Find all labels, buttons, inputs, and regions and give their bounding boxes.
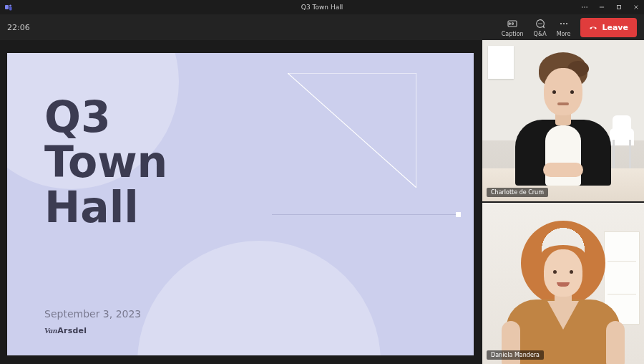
teams-icon — [4, 3, 13, 11]
participant-name: Charlotte de Crum — [487, 188, 548, 197]
shared-content-stage: Q3 Town Hall September 3, 2023 VanArsdel — [0, 40, 482, 364]
participant-name: Daniela Mandera — [487, 350, 544, 360]
svg-marker-16 — [288, 73, 416, 188]
svg-point-14 — [562, 22, 564, 24]
slide-date: September 3, 2023 — [44, 308, 141, 320]
svg-point-1 — [9, 5, 11, 7]
minimize-button[interactable] — [598, 4, 605, 11]
svg-point-4 — [586, 6, 587, 8]
svg-point-3 — [584, 6, 585, 8]
svg-point-11 — [540, 23, 540, 24]
more-button[interactable]: More — [557, 18, 571, 37]
leave-label: Leave — [602, 23, 628, 32]
svg-point-2 — [582, 6, 583, 8]
meeting-body: Q3 Town Hall September 3, 2023 VanArsdel… — [0, 40, 644, 364]
window-title: Q3 Town Hall — [0, 4, 644, 11]
participant-panel: Charlotte de Crum Daniela Mandera — [482, 40, 644, 364]
hangup-icon — [589, 22, 597, 33]
participant-tile[interactable]: Charlotte de Crum — [482, 40, 644, 201]
decor-triangle — [288, 73, 416, 188]
more-label: More — [557, 31, 571, 37]
decor-circle — [137, 241, 381, 355]
maximize-button[interactable] — [615, 4, 623, 11]
slide-title: Q3 Town Hall — [44, 95, 167, 230]
qa-label: Q&A — [534, 31, 547, 37]
caption-button[interactable]: Caption — [502, 18, 524, 37]
meeting-toolbar: 22:06 Caption Q&A More Leave — [0, 14, 644, 40]
svg-rect-6 — [618, 6, 621, 9]
svg-point-15 — [565, 22, 567, 24]
svg-point-12 — [541, 23, 542, 24]
more-icon[interactable] — [581, 4, 588, 11]
presentation-slide: Q3 Town Hall September 3, 2023 VanArsdel — [7, 53, 474, 355]
meeting-timer: 22:06 — [7, 23, 30, 32]
qa-button[interactable]: Q&A — [534, 18, 547, 37]
svg-point-10 — [538, 23, 539, 24]
close-button[interactable] — [633, 4, 640, 11]
leave-button[interactable]: Leave — [580, 18, 637, 37]
titlebar: Q3 Town Hall — [0, 0, 644, 14]
decor-line — [272, 214, 461, 215]
svg-point-13 — [560, 22, 561, 24]
participant-tile[interactable]: Daniela Mandera — [482, 203, 644, 364]
caption-label: Caption — [502, 31, 524, 37]
svg-rect-0 — [5, 5, 9, 9]
slide-brand: VanArsdel — [44, 326, 87, 335]
